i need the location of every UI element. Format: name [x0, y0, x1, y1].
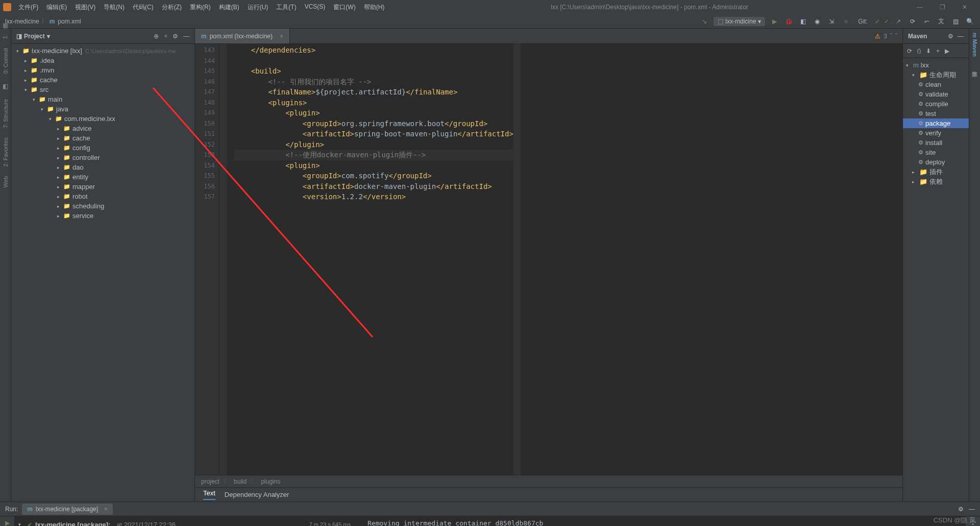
- menu-code[interactable]: 代码(C): [130, 2, 157, 13]
- tab-maven[interactable]: m Maven: [972, 33, 978, 57]
- menu-vcs[interactable]: VCS(S): [302, 2, 329, 13]
- menu-edit[interactable]: 编辑(E): [43, 2, 70, 13]
- debug-icon[interactable]: 🐞: [783, 16, 794, 27]
- tab-favorites[interactable]: 2: Favorites: [3, 137, 9, 166]
- git-history-icon[interactable]: ⟳: [908, 16, 918, 27]
- hide-icon[interactable]: —: [183, 33, 189, 40]
- git-rollback-icon[interactable]: ⤺: [922, 16, 932, 27]
- tree-cache[interactable]: ▸📁cache: [11, 75, 194, 85]
- profile-icon[interactable]: ◉: [812, 16, 822, 27]
- maven-plugins[interactable]: ▸📁插件: [903, 167, 969, 177]
- maven-validate[interactable]: ⚙validate: [903, 89, 969, 99]
- run-icon[interactable]: ▶: [945, 47, 949, 55]
- tree-pkg[interactable]: ▾📁com.medicine.lxx: [11, 114, 194, 124]
- tree-robot[interactable]: ▸📁robot: [11, 192, 194, 201]
- git-update-icon[interactable]: ✓: [875, 18, 880, 25]
- tree-idea[interactable]: ▸📁.idea: [11, 56, 194, 65]
- maven-site[interactable]: ⚙site: [903, 148, 969, 157]
- attach-icon[interactable]: ⇲: [826, 16, 837, 27]
- menu-refactor[interactable]: 重构(R): [187, 2, 214, 13]
- generate-icon[interactable]: ⎙: [917, 47, 921, 55]
- tree-src[interactable]: ▾📁src: [11, 85, 194, 94]
- inspection-widget[interactable]: ⚠ 3 ˆ ˇ: [875, 33, 897, 40]
- crumb-plugins[interactable]: plugins: [261, 478, 280, 485]
- coverage-icon[interactable]: ◧: [798, 16, 808, 27]
- git-commit-icon[interactable]: ✓: [884, 18, 889, 25]
- maven-clean[interactable]: ⚙clean: [903, 80, 969, 89]
- tree-advice[interactable]: ▸📁advice: [11, 124, 194, 133]
- subtab-text[interactable]: Text: [203, 489, 215, 500]
- breadcrumb-file[interactable]: pom.xml: [58, 18, 81, 25]
- git-push-icon[interactable]: ↗: [893, 16, 903, 27]
- breadcrumb-project[interactable]: lxx-medicine: [5, 18, 39, 25]
- maximize-icon[interactable]: ❐: [934, 4, 950, 11]
- maven-lifecycle[interactable]: ▾📁生命周期: [903, 70, 969, 80]
- maven-verify[interactable]: ⚙verify: [903, 128, 969, 138]
- tree-java[interactable]: ▾📁java: [11, 104, 194, 114]
- translation-icon[interactable]: ⽂: [936, 16, 946, 27]
- hammer-icon[interactable]: ↘: [699, 16, 709, 27]
- tree-mvn[interactable]: ▸📁.mvn: [11, 65, 194, 75]
- tab-project[interactable]: 1: 项目: [2, 33, 9, 39]
- maven-package[interactable]: ⚙package: [903, 118, 969, 128]
- run-console[interactable]: Removing intermediate container d850ldb8…: [361, 516, 966, 526]
- project-tree[interactable]: ▾📁 lxx-medicine [lxx] C:\Users\admin\Des…: [11, 44, 194, 223]
- tree-config[interactable]: ▸📁config: [11, 143, 194, 153]
- menu-file[interactable]: 文件(F): [15, 2, 41, 13]
- run-config-selector[interactable]: ⬚ lxx-mdicine ▾: [714, 17, 765, 26]
- nav-up-icon[interactable]: ˆ: [890, 33, 892, 40]
- close-icon[interactable]: ✕: [957, 4, 973, 11]
- tree-mapper[interactable]: ▸📁mapper: [11, 182, 194, 192]
- tree-controller[interactable]: ▸📁controller: [11, 153, 194, 162]
- menu-window[interactable]: 窗口(W): [330, 2, 358, 13]
- minimize-icon[interactable]: —: [912, 4, 928, 11]
- menu-view[interactable]: 视图(V): [72, 2, 99, 13]
- code-editor[interactable]: 1431441451461471481491501511521531541551…: [195, 44, 902, 475]
- bookmarks-icon[interactable]: ◧: [3, 83, 8, 90]
- menu-build[interactable]: 构建(B): [216, 2, 242, 13]
- editor-tab-pom[interactable]: m pom.xml (lxx-medicine) ×: [195, 29, 290, 43]
- close-tab-icon[interactable]: ×: [280, 33, 283, 40]
- editor-scrollbar[interactable]: [513, 44, 521, 475]
- tab-structure[interactable]: 7: Structure: [3, 99, 9, 128]
- gear-icon[interactable]: ⚙: [958, 506, 964, 513]
- tab-web[interactable]: Web: [3, 176, 9, 187]
- code-content[interactable]: </dependencies> <build> <!-- 引用我们的项目名字 -…: [228, 44, 513, 475]
- tree-cache2[interactable]: ▸📁cache: [11, 133, 194, 143]
- reimport-icon[interactable]: ⟳: [907, 47, 912, 55]
- run-tree-root[interactable]: ▾✔ lxx-medicine [package]: at 2021/12/17…: [18, 519, 357, 526]
- crumb-build[interactable]: build: [234, 478, 247, 485]
- rerun-icon[interactable]: ▶: [5, 519, 10, 526]
- nav-down-icon[interactable]: ˇ: [895, 33, 897, 40]
- maven-compile[interactable]: ⚙compile: [903, 99, 969, 109]
- download-icon[interactable]: ⬇: [926, 47, 931, 55]
- hide-icon[interactable]: —: [969, 506, 975, 513]
- tree-main[interactable]: ▾📁main: [11, 94, 194, 104]
- stop-icon[interactable]: ■: [841, 16, 851, 27]
- crumb-project[interactable]: project: [201, 478, 219, 485]
- tab-commit[interactable]: 0: Commit: [3, 48, 9, 74]
- collapse-icon[interactable]: ÷: [164, 33, 167, 40]
- close-icon[interactable]: ×: [104, 506, 108, 513]
- add-icon[interactable]: +: [936, 47, 940, 55]
- maven-deps[interactable]: ▸📁依赖: [903, 177, 969, 186]
- run-icon[interactable]: ▶: [769, 16, 779, 27]
- menu-analyze[interactable]: 分析(Z): [159, 2, 185, 13]
- menu-tools[interactable]: 工具(T): [273, 2, 299, 13]
- search-icon[interactable]: 🔍: [965, 16, 975, 27]
- menu-navigate[interactable]: 导航(N): [101, 2, 128, 13]
- maven-root[interactable]: ▾mlxx: [903, 60, 969, 70]
- target-icon[interactable]: ⊕: [154, 33, 159, 40]
- structure-icon[interactable]: ▤: [950, 16, 961, 27]
- menu-help[interactable]: 帮助(H): [361, 2, 388, 13]
- tree-scheduling[interactable]: ▸📁scheduling: [11, 201, 194, 211]
- maven-install[interactable]: ⚙install: [903, 138, 969, 148]
- tree-entity[interactable]: ▸📁entity: [11, 172, 194, 182]
- tree-service[interactable]: ▸📁service: [11, 211, 194, 221]
- subtab-dep-analyzer[interactable]: Dependency Analyzer: [225, 491, 289, 498]
- tree-dao[interactable]: ▸📁dao: [11, 162, 194, 172]
- gear-icon[interactable]: ⚙: [173, 33, 178, 40]
- gear-icon[interactable]: ⚙: [948, 33, 953, 40]
- menu-run[interactable]: 运行(U): [244, 2, 272, 13]
- hide-icon[interactable]: —: [958, 33, 964, 40]
